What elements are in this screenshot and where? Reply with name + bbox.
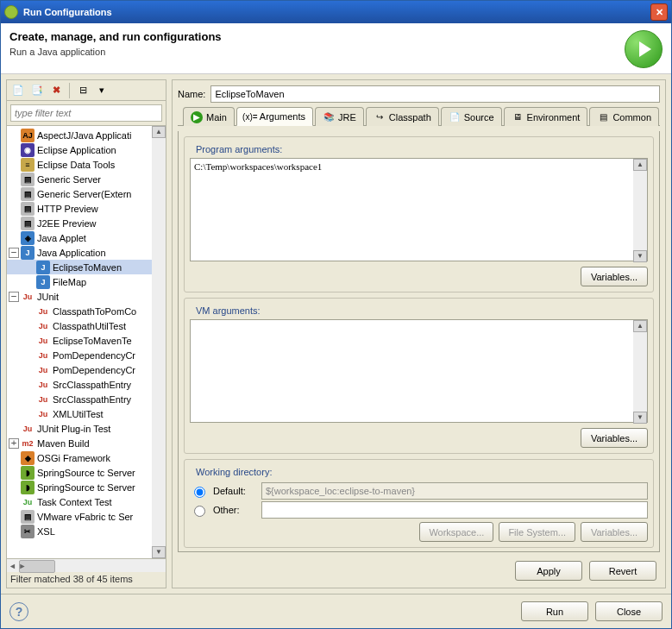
header-title: Create, manage, and run configurations (9, 30, 222, 43)
revert-button[interactable]: Revert (589, 561, 656, 581)
tree-item[interactable]: JuPomDependencyCr (7, 348, 166, 362)
tree-item[interactable]: ≡Eclipse Data Tools (7, 157, 166, 172)
tree-spacer (9, 130, 19, 141)
name-row: Name: (173, 80, 665, 106)
workspace-button[interactable]: Workspace... (419, 522, 493, 542)
filter-input[interactable] (10, 104, 162, 122)
close-button[interactable]: Close (595, 601, 663, 621)
ecl-icon: ◉ (21, 143, 35, 157)
filter-button[interactable]: ▾ (94, 83, 110, 98)
tree-item[interactable]: ◗SpringSource tc Server (7, 465, 166, 480)
tree-item[interactable]: ◆OSGi Framework (7, 450, 166, 465)
tree-item[interactable]: JuEclipseToMavenTe (7, 333, 166, 348)
program-args-variables-button[interactable]: Variables... (581, 267, 648, 286)
other-path[interactable] (261, 501, 648, 519)
program-args-group: Program arguments: C:\Temp\workspaces\wo… (184, 136, 654, 292)
vm-args-variables-button[interactable]: Variables... (581, 428, 648, 448)
tab-label: Environment (527, 112, 581, 123)
close-icon[interactable]: ✕ (650, 3, 668, 21)
tabs: ▶Main(x)=Arguments📚JRE↪Classpath📄Source🖥… (178, 106, 660, 126)
tree-item-label: EclipseToMavenTe (53, 336, 132, 346)
tab-main[interactable]: ▶Main (183, 107, 235, 126)
collapse-all-button[interactable]: ⊟ (75, 83, 91, 98)
tab-classpath[interactable]: ↪Classpath (366, 107, 439, 126)
tree-hscrollbar[interactable] (7, 558, 166, 572)
tree-spacer (9, 218, 19, 229)
tree-item[interactable]: AJAspectJ/Java Applicati (7, 128, 166, 142)
tree-item-label: ClasspathUtilTest (53, 321, 126, 331)
config-tree[interactable]: AJAspectJ/Java Applicati◉Eclipse Applica… (7, 125, 166, 558)
tree-item[interactable]: ◉Eclipse Application (7, 142, 166, 157)
vm-args-vscroll[interactable]: ▲▼ (633, 320, 647, 424)
tree-item[interactable]: ◗SpringSource tc Server (7, 480, 166, 494)
collapse-icon[interactable]: − (9, 292, 19, 302)
japp-icon: ◈ (21, 231, 35, 245)
collapse-icon[interactable]: − (9, 248, 19, 258)
tree-item[interactable]: JuJUnit Plug-in Test (7, 421, 166, 436)
ju-icon: Ju (36, 393, 50, 406)
duplicate-config-button[interactable]: 📑 (29, 83, 45, 98)
vm-args-label: VM arguments: (193, 305, 263, 316)
tree-item[interactable]: JuSrcClasspathEntry (7, 392, 166, 406)
tree-item[interactable]: ▤Generic Server (7, 172, 166, 186)
tree-item-label: Generic Server(Extern (37, 189, 131, 199)
tree-item[interactable]: ▤J2EE Preview (7, 216, 166, 230)
expand-icon[interactable]: + (9, 438, 19, 449)
tab-arguments[interactable]: (x)=Arguments (236, 107, 313, 126)
tct-icon: Ju (21, 495, 35, 509)
tree-spacer (24, 365, 35, 375)
tab-jre[interactable]: 📚JRE (315, 107, 364, 126)
tree-item-label: PomDependencyCr (53, 350, 135, 361)
run-button[interactable]: Run (521, 601, 588, 621)
other-radio[interactable] (194, 506, 205, 517)
tree-item[interactable]: JuClasspathToPomCo (7, 304, 166, 318)
run-configurations-dialog: Run Configurations ✕ Create, manage, and… (0, 0, 672, 629)
tree-spacer (9, 526, 19, 537)
window-title: Run Configurations (23, 7, 112, 17)
tree-item[interactable]: ▤Generic Server(Extern (7, 186, 166, 201)
program-args-vscroll[interactable]: ▲▼ (633, 159, 647, 262)
tree-item[interactable]: JuXMLUtilTest (7, 406, 166, 421)
tree-spacer (9, 424, 19, 434)
tree-item[interactable]: ▤HTTP Preview (7, 201, 166, 216)
tree-item-label: JUnit Plug-in Test (37, 424, 110, 434)
filesystem-button[interactable]: File System... (499, 522, 575, 542)
tree-item-label: SrcClasspathEntry (53, 380, 131, 390)
program-args-textarea[interactable]: C:\Temp\workspaces\workspace1 (190, 158, 648, 261)
delete-config-button[interactable]: ✖ (48, 83, 64, 98)
tree-item[interactable]: JuTask Context Test (7, 494, 166, 509)
apply-revert-row: Apply Revert (173, 557, 665, 588)
default-radio[interactable] (194, 487, 205, 498)
tree-item[interactable]: ◈Java Applet (7, 230, 166, 245)
tree-item[interactable]: JFileMap (7, 274, 166, 289)
tab-source[interactable]: 📄Source (441, 107, 502, 126)
ju-icon: Ju (36, 319, 50, 333)
tree-item-label: Java Applet (37, 233, 86, 243)
classpath-tab-icon: ↪ (374, 111, 386, 123)
tree-vscrollbar[interactable]: ▲▼ (152, 126, 166, 558)
new-config-button[interactable]: 📄 (10, 83, 26, 98)
tree-item[interactable]: JuClasspathUtilTest (7, 318, 166, 333)
tree-item-label: PomDependencyCr (53, 365, 135, 375)
name-input[interactable] (210, 85, 660, 103)
ju-icon: Ju (36, 349, 50, 362)
tree-item[interactable]: JuSrcClasspathEntry (7, 377, 166, 392)
tree-item[interactable]: −JuJUnit (7, 289, 166, 304)
tree-item-label: SpringSource tc Server (37, 482, 135, 493)
tree-item-label: XSL (37, 526, 55, 537)
name-label: Name: (178, 89, 205, 99)
tree-item[interactable]: +m2Maven Build (7, 436, 166, 450)
tree-item[interactable]: JuPomDependencyCr (7, 362, 166, 377)
arguments-tab-body: Program arguments: C:\Temp\workspaces\wo… (178, 131, 660, 552)
tree-item[interactable]: ▤VMware vFabric tc Ser (7, 509, 166, 524)
wd-variables-button[interactable]: Variables... (581, 522, 648, 542)
apply-button[interactable]: Apply (515, 561, 582, 581)
tree-item[interactable]: ✂XSL (7, 524, 166, 538)
tree-item[interactable]: JEclipseToMaven (7, 260, 166, 274)
help-button[interactable]: ? (9, 602, 28, 621)
tab-environment[interactable]: 🖥Environment (504, 107, 588, 126)
tab-common[interactable]: ▤Common (589, 107, 659, 126)
vm-args-textarea[interactable] (190, 319, 648, 423)
tree-item[interactable]: −JJava Application (7, 245, 166, 260)
tree-spacer (9, 512, 19, 522)
